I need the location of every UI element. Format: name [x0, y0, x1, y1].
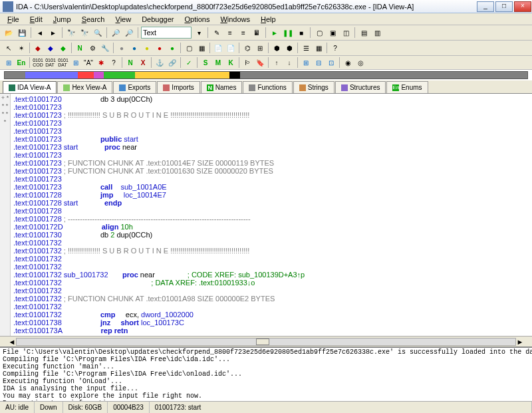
- tab-structures[interactable]: Structures: [335, 81, 386, 93]
- scrollbar-thumb[interactable]: [256, 339, 269, 345]
- list-icon[interactable]: ☰: [300, 42, 312, 54]
- chart-icon-2[interactable]: ⊟: [313, 57, 325, 69]
- graph-icon[interactable]: ⌬: [241, 42, 253, 54]
- tool-a-icon[interactable]: ✎: [211, 27, 223, 39]
- s-button[interactable]: S: [200, 57, 211, 69]
- menu-windows[interactable]: Windows: [215, 15, 255, 23]
- font-select[interactable]: [141, 27, 192, 39]
- tab-exports[interactable]: Exports: [113, 81, 156, 93]
- tab-hex-view-a[interactable]: Hex View-A: [57, 81, 112, 93]
- ascii-icon[interactable]: "A": [82, 57, 94, 69]
- panel-icon-2[interactable]: ▥: [371, 27, 383, 39]
- save-icon[interactable]: 💾: [16, 27, 28, 39]
- cursor-icon[interactable]: ↖: [3, 42, 15, 54]
- stop-icon[interactable]: ■: [295, 27, 307, 39]
- byte-icon-1[interactable]: 0101COD: [32, 57, 44, 69]
- wrench-icon[interactable]: 🔧: [99, 42, 111, 54]
- zoom-in-icon[interactable]: 🔎: [110, 27, 122, 39]
- check-icon[interactable]: ✓: [183, 57, 195, 69]
- help-icon[interactable]: ?: [329, 42, 341, 54]
- menu-search[interactable]: Search: [77, 15, 110, 23]
- link-icon[interactable]: 🔗: [166, 57, 178, 69]
- hex-icon-1[interactable]: ⬢: [271, 42, 283, 54]
- en-button[interactable]: En: [15, 57, 27, 69]
- diamond-red-icon[interactable]: ◆: [32, 42, 44, 54]
- cross-icon[interactable]: ✶: [15, 42, 27, 54]
- navigation-strip[interactable]: [4, 71, 528, 79]
- array-icon[interactable]: ✱: [95, 57, 107, 69]
- output-log[interactable]: File 'C:\Users\valentin\Desktop\updates\…: [0, 346, 532, 401]
- scrollbar-track[interactable]: [16, 338, 516, 346]
- tool-c-icon[interactable]: ≡: [237, 27, 249, 39]
- binoculars-icon[interactable]: 🔭: [65, 27, 77, 39]
- undef-icon[interactable]: ?: [108, 57, 120, 69]
- grid-icon[interactable]: ▦: [313, 42, 325, 54]
- zoom-out-icon[interactable]: 🔎: [123, 27, 135, 39]
- diamond-green-icon[interactable]: ◆: [57, 42, 69, 54]
- chart-icon-1[interactable]: ⊞: [300, 57, 312, 69]
- arrow-left-icon[interactable]: ◄: [34, 27, 46, 39]
- n-button[interactable]: N: [74, 42, 86, 54]
- close-button[interactable]: ×: [514, 1, 531, 12]
- maximize-button[interactable]: □: [495, 1, 513, 12]
- disassembly-view[interactable]: + * * * * * * .text:01001720 db 3 dup(0C…: [0, 94, 532, 336]
- misc-icon-1[interactable]: ◉: [342, 57, 354, 69]
- menu-file[interactable]: File: [3, 15, 24, 23]
- menu-debugger[interactable]: Debugger: [137, 15, 178, 23]
- tab-ida-view-a[interactable]: IDA View-A: [3, 81, 57, 93]
- search-icon[interactable]: 🔍: [92, 27, 104, 39]
- menu-help[interactable]: Help: [256, 15, 281, 23]
- hier-icon-1[interactable]: ⊞: [3, 57, 15, 69]
- diamond-blue-icon[interactable]: ◆: [45, 42, 57, 54]
- tab-enums[interactable]: EnEnums: [386, 81, 428, 93]
- dot-blue-icon[interactable]: ●: [128, 42, 140, 54]
- doc-icon-1[interactable]: 📄: [212, 42, 224, 54]
- calculator-icon[interactable]: 🖩: [251, 27, 263, 39]
- misc-icon-2[interactable]: ◎: [354, 57, 366, 69]
- tab-strings[interactable]: Strings: [293, 81, 334, 93]
- dropdown-icon[interactable]: ▾: [193, 27, 205, 39]
- panel-icon-1[interactable]: ▤: [358, 27, 370, 39]
- code-listing[interactable]: .text:01001720 db 3 dup(0CCh).text:01001…: [11, 94, 532, 336]
- doc-icon-2[interactable]: 📄: [225, 42, 237, 54]
- dot-gray-icon[interactable]: ●: [116, 42, 128, 54]
- chart-icon-3[interactable]: ⊡: [325, 57, 337, 69]
- gear-icon[interactable]: ⚙: [86, 42, 98, 54]
- scroll-left-icon[interactable]: ◄: [8, 338, 16, 346]
- dot-red-icon[interactable]: ●: [154, 42, 166, 54]
- k-button[interactable]: K: [225, 57, 237, 69]
- n-button-2[interactable]: N: [124, 57, 136, 69]
- tree-icon[interactable]: ⊞: [254, 42, 266, 54]
- arrow-down-icon[interactable]: ↓: [283, 57, 295, 69]
- byte-icon-3[interactable]: 0101DAT: [57, 57, 69, 69]
- tab-functions[interactable]: Functions: [243, 81, 292, 93]
- search-next-icon[interactable]: 🔭: [78, 27, 90, 39]
- open-icon[interactable]: 📂: [3, 27, 15, 39]
- scroll-right-icon[interactable]: ►: [516, 338, 524, 346]
- squares-icon[interactable]: ▦: [196, 42, 207, 54]
- dot-green-icon[interactable]: ●: [166, 42, 178, 54]
- tool-b-icon[interactable]: ≡: [224, 27, 236, 39]
- byte-icon-2[interactable]: 0101DAT: [45, 57, 57, 69]
- arrow-right-icon[interactable]: ►: [47, 27, 59, 39]
- struct-icon[interactable]: ⊞: [70, 57, 82, 69]
- hex-icon-2[interactable]: ⬢: [283, 42, 295, 54]
- arrow-up-icon[interactable]: ↑: [271, 57, 283, 69]
- tab-names[interactable]: NNames: [201, 81, 243, 93]
- menu-options[interactable]: Options: [180, 15, 214, 23]
- anchor-icon[interactable]: ⚓: [154, 57, 166, 69]
- m-button[interactable]: M: [212, 57, 224, 69]
- pause-icon[interactable]: ❚❚: [282, 27, 294, 39]
- minimize-button[interactable]: _: [477, 1, 494, 12]
- menu-view[interactable]: View: [111, 15, 136, 23]
- x-button[interactable]: X: [137, 57, 149, 69]
- window-icon-3[interactable]: ◫: [340, 27, 352, 39]
- window-icon-1[interactable]: ▢: [313, 27, 325, 39]
- menu-jump[interactable]: Jump: [49, 15, 76, 23]
- horizontal-scrollbar[interactable]: ◄ ►: [0, 336, 532, 346]
- flag-icon[interactable]: 🏳: [241, 57, 253, 69]
- dot-yellow-icon[interactable]: ●: [141, 42, 153, 54]
- window-icon-2[interactable]: ▣: [327, 27, 338, 39]
- menu-edit[interactable]: Edit: [25, 15, 47, 23]
- tab-imports[interactable]: Imports: [157, 81, 200, 93]
